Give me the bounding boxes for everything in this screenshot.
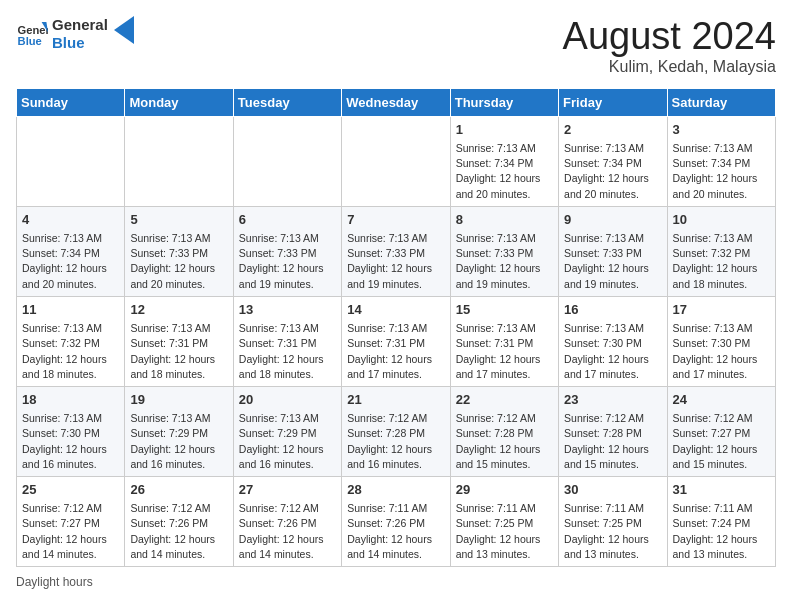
day-number: 19 <box>130 391 227 409</box>
day-info: Sunrise: 7:13 AM Sunset: 7:34 PM Dayligh… <box>22 231 119 292</box>
day-info: Sunrise: 7:13 AM Sunset: 7:31 PM Dayligh… <box>456 321 553 382</box>
calendar-cell: 13Sunrise: 7:13 AM Sunset: 7:31 PM Dayli… <box>233 296 341 386</box>
calendar-cell <box>17 116 125 206</box>
day-number: 31 <box>673 481 770 499</box>
day-info: Sunrise: 7:13 AM Sunset: 7:31 PM Dayligh… <box>347 321 444 382</box>
day-number: 13 <box>239 301 336 319</box>
week-row-1: 1Sunrise: 7:13 AM Sunset: 7:34 PM Daylig… <box>17 116 776 206</box>
day-info: Sunrise: 7:12 AM Sunset: 7:26 PM Dayligh… <box>239 501 336 562</box>
day-info: Sunrise: 7:13 AM Sunset: 7:33 PM Dayligh… <box>239 231 336 292</box>
day-info: Sunrise: 7:13 AM Sunset: 7:34 PM Dayligh… <box>564 141 661 202</box>
day-number: 28 <box>347 481 444 499</box>
calendar-cell: 28Sunrise: 7:11 AM Sunset: 7:26 PM Dayli… <box>342 477 450 567</box>
day-number: 30 <box>564 481 661 499</box>
day-number: 20 <box>239 391 336 409</box>
footer-note: Daylight hours <box>16 575 776 589</box>
logo: General Blue General Blue <box>16 16 134 52</box>
day-info: Sunrise: 7:11 AM Sunset: 7:25 PM Dayligh… <box>564 501 661 562</box>
calendar-cell: 11Sunrise: 7:13 AM Sunset: 7:32 PM Dayli… <box>17 296 125 386</box>
day-info: Sunrise: 7:11 AM Sunset: 7:25 PM Dayligh… <box>456 501 553 562</box>
title-area: August 2024 Kulim, Kedah, Malaysia <box>563 16 776 76</box>
calendar-cell: 30Sunrise: 7:11 AM Sunset: 7:25 PM Dayli… <box>559 477 667 567</box>
day-number: 2 <box>564 121 661 139</box>
calendar-cell: 18Sunrise: 7:13 AM Sunset: 7:30 PM Dayli… <box>17 386 125 476</box>
day-info: Sunrise: 7:12 AM Sunset: 7:27 PM Dayligh… <box>22 501 119 562</box>
calendar-cell: 27Sunrise: 7:12 AM Sunset: 7:26 PM Dayli… <box>233 477 341 567</box>
day-info: Sunrise: 7:12 AM Sunset: 7:26 PM Dayligh… <box>130 501 227 562</box>
day-info: Sunrise: 7:13 AM Sunset: 7:34 PM Dayligh… <box>673 141 770 202</box>
col-header-sunday: Sunday <box>17 88 125 116</box>
col-header-tuesday: Tuesday <box>233 88 341 116</box>
day-info: Sunrise: 7:11 AM Sunset: 7:24 PM Dayligh… <box>673 501 770 562</box>
calendar-cell: 14Sunrise: 7:13 AM Sunset: 7:31 PM Dayli… <box>342 296 450 386</box>
header: General Blue General Blue August 2024 Ku… <box>16 16 776 76</box>
week-row-5: 25Sunrise: 7:12 AM Sunset: 7:27 PM Dayli… <box>17 477 776 567</box>
day-info: Sunrise: 7:13 AM Sunset: 7:32 PM Dayligh… <box>673 231 770 292</box>
day-info: Sunrise: 7:13 AM Sunset: 7:33 PM Dayligh… <box>347 231 444 292</box>
calendar-cell: 7Sunrise: 7:13 AM Sunset: 7:33 PM Daylig… <box>342 206 450 296</box>
calendar-table: SundayMondayTuesdayWednesdayThursdayFrid… <box>16 88 776 567</box>
calendar-cell: 15Sunrise: 7:13 AM Sunset: 7:31 PM Dayli… <box>450 296 558 386</box>
day-number: 18 <box>22 391 119 409</box>
day-number: 3 <box>673 121 770 139</box>
calendar-cell: 26Sunrise: 7:12 AM Sunset: 7:26 PM Dayli… <box>125 477 233 567</box>
logo-bird-icon <box>114 16 134 44</box>
day-number: 6 <box>239 211 336 229</box>
day-number: 25 <box>22 481 119 499</box>
day-number: 16 <box>564 301 661 319</box>
col-header-thursday: Thursday <box>450 88 558 116</box>
col-header-monday: Monday <box>125 88 233 116</box>
calendar-cell: 5Sunrise: 7:13 AM Sunset: 7:33 PM Daylig… <box>125 206 233 296</box>
day-number: 21 <box>347 391 444 409</box>
calendar-cell: 12Sunrise: 7:13 AM Sunset: 7:31 PM Dayli… <box>125 296 233 386</box>
day-info: Sunrise: 7:13 AM Sunset: 7:33 PM Dayligh… <box>564 231 661 292</box>
day-info: Sunrise: 7:11 AM Sunset: 7:26 PM Dayligh… <box>347 501 444 562</box>
col-header-wednesday: Wednesday <box>342 88 450 116</box>
calendar-cell: 9Sunrise: 7:13 AM Sunset: 7:33 PM Daylig… <box>559 206 667 296</box>
day-info: Sunrise: 7:13 AM Sunset: 7:30 PM Dayligh… <box>22 411 119 472</box>
calendar-cell: 29Sunrise: 7:11 AM Sunset: 7:25 PM Dayli… <box>450 477 558 567</box>
day-info: Sunrise: 7:13 AM Sunset: 7:31 PM Dayligh… <box>239 321 336 382</box>
day-number: 22 <box>456 391 553 409</box>
day-number: 15 <box>456 301 553 319</box>
calendar-cell: 8Sunrise: 7:13 AM Sunset: 7:33 PM Daylig… <box>450 206 558 296</box>
calendar-cell <box>342 116 450 206</box>
day-number: 4 <box>22 211 119 229</box>
day-number: 23 <box>564 391 661 409</box>
day-number: 7 <box>347 211 444 229</box>
col-header-saturday: Saturday <box>667 88 775 116</box>
day-info: Sunrise: 7:13 AM Sunset: 7:32 PM Dayligh… <box>22 321 119 382</box>
logo-general: General <box>52 16 108 34</box>
calendar-cell <box>125 116 233 206</box>
day-number: 27 <box>239 481 336 499</box>
svg-text:Blue: Blue <box>18 35 42 47</box>
calendar-cell: 19Sunrise: 7:13 AM Sunset: 7:29 PM Dayli… <box>125 386 233 476</box>
day-info: Sunrise: 7:13 AM Sunset: 7:30 PM Dayligh… <box>673 321 770 382</box>
day-info: Sunrise: 7:12 AM Sunset: 7:28 PM Dayligh… <box>564 411 661 472</box>
week-row-3: 11Sunrise: 7:13 AM Sunset: 7:32 PM Dayli… <box>17 296 776 386</box>
calendar-cell: 16Sunrise: 7:13 AM Sunset: 7:30 PM Dayli… <box>559 296 667 386</box>
day-info: Sunrise: 7:12 AM Sunset: 7:28 PM Dayligh… <box>347 411 444 472</box>
calendar-cell: 4Sunrise: 7:13 AM Sunset: 7:34 PM Daylig… <box>17 206 125 296</box>
day-info: Sunrise: 7:12 AM Sunset: 7:27 PM Dayligh… <box>673 411 770 472</box>
logo-blue: Blue <box>52 34 108 52</box>
day-info: Sunrise: 7:13 AM Sunset: 7:30 PM Dayligh… <box>564 321 661 382</box>
week-row-4: 18Sunrise: 7:13 AM Sunset: 7:30 PM Dayli… <box>17 386 776 476</box>
day-number: 24 <box>673 391 770 409</box>
day-number: 5 <box>130 211 227 229</box>
day-number: 14 <box>347 301 444 319</box>
day-number: 8 <box>456 211 553 229</box>
day-number: 26 <box>130 481 227 499</box>
calendar-cell: 6Sunrise: 7:13 AM Sunset: 7:33 PM Daylig… <box>233 206 341 296</box>
day-number: 29 <box>456 481 553 499</box>
day-info: Sunrise: 7:13 AM Sunset: 7:34 PM Dayligh… <box>456 141 553 202</box>
week-row-2: 4Sunrise: 7:13 AM Sunset: 7:34 PM Daylig… <box>17 206 776 296</box>
subtitle: Kulim, Kedah, Malaysia <box>563 58 776 76</box>
day-info: Sunrise: 7:13 AM Sunset: 7:29 PM Dayligh… <box>130 411 227 472</box>
calendar-cell: 1Sunrise: 7:13 AM Sunset: 7:34 PM Daylig… <box>450 116 558 206</box>
day-info: Sunrise: 7:12 AM Sunset: 7:28 PM Dayligh… <box>456 411 553 472</box>
calendar-cell: 22Sunrise: 7:12 AM Sunset: 7:28 PM Dayli… <box>450 386 558 476</box>
main-title: August 2024 <box>563 16 776 58</box>
day-info: Sunrise: 7:13 AM Sunset: 7:29 PM Dayligh… <box>239 411 336 472</box>
svg-marker-3 <box>114 16 134 44</box>
